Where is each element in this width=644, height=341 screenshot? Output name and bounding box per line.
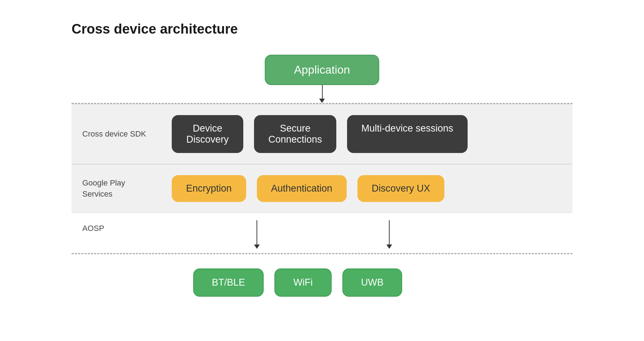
- sdk-items: DeviceDiscovery SecureConnections Multi-…: [172, 115, 468, 153]
- aosp-section: AOSP: [72, 213, 572, 249]
- wifi-box: WiFi: [274, 268, 332, 297]
- diagram-container: Application Cross device SDK DeviceDisco…: [72, 55, 572, 304]
- app-to-sdk-arrow: [72, 85, 572, 103]
- aosp-label: AOSP: [79, 220, 150, 249]
- gps-items: Encryption Authentication Discovery UX: [172, 175, 444, 202]
- bt-ble-box: BT/BLE: [193, 268, 264, 297]
- gps-band-row: Google PlayServices Encryption Authentic…: [72, 175, 572, 202]
- aosp-arrows: [172, 220, 451, 249]
- device-discovery-box: DeviceDiscovery: [172, 115, 243, 153]
- encryption-box: Encryption: [172, 175, 246, 202]
- top-section: Application: [72, 55, 572, 85]
- gps-band: Google PlayServices Encryption Authentic…: [72, 164, 572, 213]
- sdk-band-row: Cross device SDK DeviceDiscovery SecureC…: [72, 115, 572, 153]
- diagram-wrapper: Cross device architecture Application Cr…: [72, 21, 572, 304]
- aosp-left-arrow: [254, 220, 260, 249]
- page-title: Cross device architecture: [72, 21, 572, 37]
- sdk-label: Cross device SDK: [79, 129, 150, 140]
- gps-label: Google PlayServices: [79, 178, 150, 200]
- bottom-boxes-row: BT/BLE WiFi UWB: [72, 254, 572, 304]
- authentication-box: Authentication: [257, 175, 347, 202]
- bottom-items: BT/BLE WiFi UWB: [193, 258, 402, 297]
- sdk-band: Cross device SDK DeviceDiscovery SecureC…: [72, 104, 572, 164]
- discovery-ux-box: Discovery UX: [357, 175, 445, 202]
- uwb-box: UWB: [342, 268, 402, 297]
- application-box: Application: [265, 55, 380, 85]
- multi-device-sessions-box: Multi-device sessions: [347, 115, 468, 153]
- secure-connections-box: SecureConnections: [254, 115, 336, 153]
- aosp-right-arrow: [386, 220, 392, 249]
